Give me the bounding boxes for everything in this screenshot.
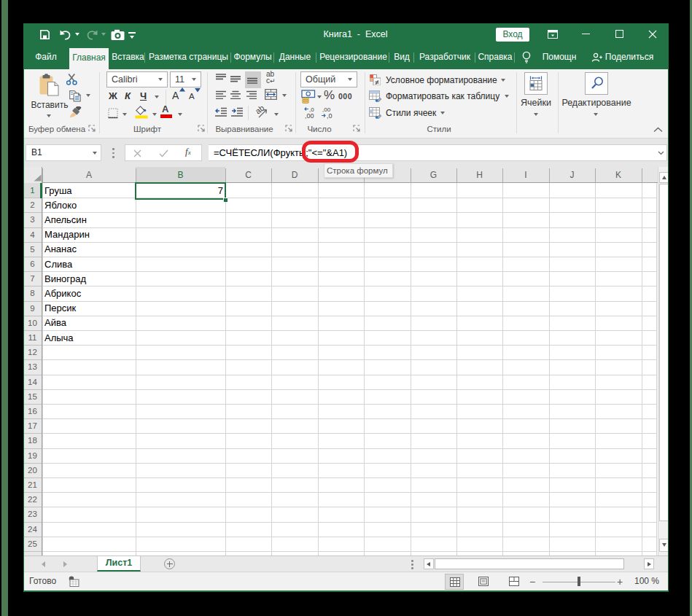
svg-text:,0: ,0	[327, 112, 333, 120]
svg-text:,00: ,00	[305, 112, 314, 120]
